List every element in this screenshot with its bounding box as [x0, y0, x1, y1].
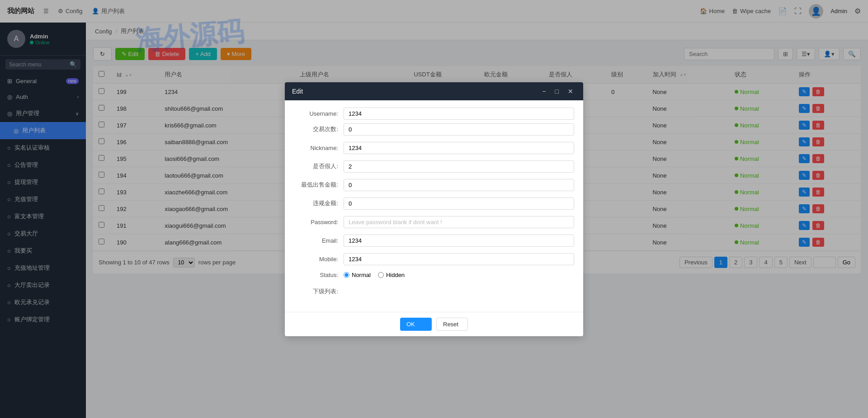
reset-button[interactable]: Reset: [436, 318, 468, 331]
min-sell-input[interactable]: [344, 179, 574, 191]
modal-title: Edit: [292, 88, 303, 95]
email-input[interactable]: [344, 235, 574, 247]
status-normal-label: Normal: [352, 272, 371, 278]
username-label: Username:: [294, 110, 344, 117]
modal-maximize-button[interactable]: □: [552, 87, 561, 96]
form-row-violation: 违规金额:: [294, 197, 574, 210]
modal-header: Edit − □ ✕: [285, 82, 583, 100]
form-row-mobile: Mobile:: [294, 253, 574, 265]
trade-count-input[interactable]: [344, 123, 574, 136]
form-row-min-sell: 最低出售金额:: [294, 179, 574, 191]
sub-list-label: 下级列表:: [294, 287, 344, 296]
username-input[interactable]: [344, 108, 574, 120]
password-label: Password:: [294, 219, 344, 225]
is-fake-label: 是否假人:: [294, 162, 344, 170]
is-fake-input[interactable]: [344, 160, 574, 173]
modal-minimize-button[interactable]: −: [539, 87, 548, 96]
form-row-status: Status: Normal Hidden: [294, 272, 574, 278]
form-row-password: Password:: [294, 216, 574, 228]
form-row-is-fake: 是否假人:: [294, 160, 574, 173]
form-row-sub-list: 下级列表:: [294, 285, 574, 298]
nickname-label: Nickname:: [294, 145, 344, 151]
status-hidden-radio[interactable]: Hidden: [378, 272, 405, 278]
form-row-username: Username:: [294, 108, 574, 120]
status-hidden-input[interactable]: [378, 272, 384, 278]
mobile-input[interactable]: [344, 253, 574, 265]
trade-count-label: 交易次数:: [294, 125, 344, 133]
form-row-trade-count: 交易次数:: [294, 123, 574, 136]
status-label: Status:: [294, 272, 344, 278]
modal-footer: OK Reset: [285, 312, 583, 336]
status-normal-input[interactable]: [344, 272, 349, 278]
status-hidden-label: Hidden: [386, 272, 405, 278]
modal-body: Username: 交易次数: Nickname: 是否假人: 最低出售金额: …: [285, 100, 583, 312]
min-sell-label: 最低出售金额:: [294, 181, 344, 189]
password-input[interactable]: [344, 216, 574, 228]
form-row-nickname: Nickname:: [294, 142, 574, 154]
ok-button[interactable]: OK: [400, 318, 432, 331]
sub-list-content: [344, 285, 574, 298]
violation-input[interactable]: [344, 197, 574, 210]
mobile-label: Mobile:: [294, 256, 344, 263]
email-label: Email:: [294, 237, 344, 244]
form-row-email: Email:: [294, 235, 574, 247]
status-normal-radio[interactable]: Normal: [344, 272, 371, 278]
modal-overlay[interactable]: Edit − □ ✕ Username: 交易次数: Nickname:: [0, 0, 868, 418]
modal-close-button[interactable]: ✕: [565, 87, 576, 96]
nickname-input[interactable]: [344, 142, 574, 154]
violation-label: 违规金额:: [294, 199, 344, 207]
edit-modal: Edit − □ ✕ Username: 交易次数: Nickname:: [285, 82, 583, 336]
